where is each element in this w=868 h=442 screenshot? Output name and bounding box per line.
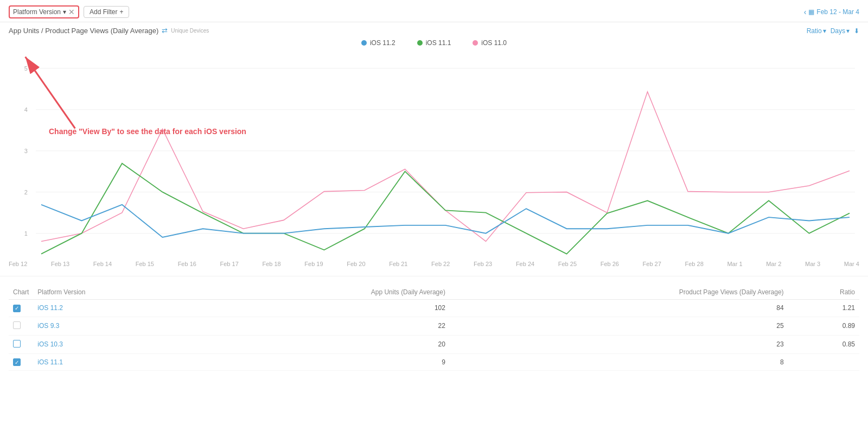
table-header-row: Chart Platform Version App Units (Daily … bbox=[9, 285, 859, 300]
x-label-mar1: Mar 1 bbox=[727, 261, 742, 267]
svg-text:1: 1 bbox=[24, 230, 28, 237]
svg-text:5: 5 bbox=[24, 65, 28, 72]
table-row: ✓ iOS 11.1 9 8 bbox=[9, 353, 859, 371]
legend-dot-ios112 bbox=[361, 40, 367, 46]
data-table-section: Chart Platform Version App Units (Daily … bbox=[0, 276, 868, 380]
row-ratio-cell: 1.21 bbox=[788, 300, 859, 317]
col-header-platform: Platform Version bbox=[33, 285, 201, 300]
x-label-feb21: Feb 21 bbox=[389, 261, 407, 267]
col-header-app-units: App Units (Daily Average) bbox=[202, 285, 450, 300]
swap-icon[interactable]: ⇄ bbox=[162, 27, 168, 35]
table-row: iOS 9.3 22 25 0.89 bbox=[9, 317, 859, 335]
row-version-cell[interactable]: iOS 11.1 bbox=[33, 353, 201, 371]
filter-area: Platform Version ▾ ✕ Add Filter + bbox=[9, 5, 129, 18]
row-app-units-cell: 9 bbox=[202, 353, 450, 371]
line-ios111 bbox=[41, 163, 850, 254]
row-app-units-cell: 20 bbox=[202, 335, 450, 353]
chart-svg: 5 4 3 2 1 bbox=[9, 51, 859, 257]
col-header-page-views: Product Page Views (Daily Average) bbox=[450, 285, 788, 300]
prev-date-button[interactable]: ‹ bbox=[804, 8, 807, 16]
chart-header: App Units / Product Page Views (Daily Av… bbox=[0, 22, 868, 37]
row-app-units-cell: 22 bbox=[202, 317, 450, 335]
add-filter-plus-icon: + bbox=[119, 8, 123, 16]
row-checkbox[interactable]: ✓ bbox=[13, 358, 21, 366]
date-range-label: Feb 12 - Mar 4 bbox=[816, 8, 859, 16]
row-chart-cell[interactable]: ✓ bbox=[9, 300, 33, 317]
x-label-feb27: Feb 27 bbox=[643, 261, 661, 267]
row-app-units-cell: 102 bbox=[202, 300, 450, 317]
legend-ios111: iOS 11.1 bbox=[417, 39, 451, 47]
x-label-feb19: Feb 19 bbox=[304, 261, 323, 267]
legend-label-ios112: iOS 11.2 bbox=[370, 39, 395, 47]
x-axis: Feb 12 Feb 13 Feb 14 Feb 15 Feb 16 Feb 1… bbox=[0, 257, 868, 276]
legend-ios112: iOS 11.2 bbox=[361, 39, 395, 47]
date-range-nav: ‹ ▦ Feb 12 - Mar 4 bbox=[804, 8, 859, 16]
row-chart-cell[interactable]: ✓ bbox=[9, 353, 33, 371]
row-ratio-cell bbox=[788, 353, 859, 371]
legend-label-ios111: iOS 11.1 bbox=[426, 39, 451, 47]
row-chart-cell[interactable] bbox=[9, 317, 33, 335]
filter-label: Platform Version bbox=[13, 8, 61, 16]
row-ratio-cell: 0.89 bbox=[788, 317, 859, 335]
x-label-feb24: Feb 24 bbox=[516, 261, 534, 267]
row-page-views-cell: 23 bbox=[450, 335, 788, 353]
x-label-feb26: Feb 26 bbox=[601, 261, 619, 267]
table-row: ✓ iOS 11.2 102 84 1.21 bbox=[9, 300, 859, 317]
x-label-feb20: Feb 20 bbox=[347, 261, 365, 267]
row-checkbox[interactable] bbox=[13, 321, 21, 329]
row-version-cell[interactable]: iOS 11.2 bbox=[33, 300, 201, 317]
row-version-cell[interactable]: iOS 10.3 bbox=[33, 335, 201, 353]
chart-title-area: App Units / Product Page Views (Daily Av… bbox=[9, 27, 209, 35]
x-label-feb13: Feb 13 bbox=[51, 261, 69, 267]
x-label-mar2: Mar 2 bbox=[766, 261, 781, 267]
calendar-icon: ▦ bbox=[808, 8, 814, 16]
chart-title-text: App Units / Product Page Views (Daily Av… bbox=[9, 27, 158, 35]
col-header-chart: Chart bbox=[9, 285, 33, 300]
add-filter-label: Add Filter bbox=[90, 8, 117, 16]
days-control[interactable]: Days ▾ bbox=[831, 27, 850, 35]
legend-dot-ios110 bbox=[473, 40, 478, 46]
x-label-feb28: Feb 28 bbox=[685, 261, 704, 267]
x-label-feb12: Feb 12 bbox=[9, 261, 27, 267]
x-label-feb25: Feb 25 bbox=[558, 261, 577, 267]
x-label-feb17: Feb 17 bbox=[220, 261, 239, 267]
row-checkbox[interactable] bbox=[13, 340, 21, 348]
table-row: iOS 10.3 20 23 0.85 bbox=[9, 335, 859, 353]
svg-text:2: 2 bbox=[24, 189, 28, 195]
data-table: Chart Platform Version App Units (Daily … bbox=[9, 285, 859, 371]
x-label-feb23: Feb 23 bbox=[474, 261, 492, 267]
filter-close-button[interactable]: ✕ bbox=[68, 8, 75, 16]
legend-ios110: iOS 11.0 bbox=[473, 39, 507, 47]
download-button[interactable]: ⬇ bbox=[854, 27, 859, 35]
x-label-feb14: Feb 14 bbox=[93, 261, 112, 267]
row-page-views-cell: 8 bbox=[450, 353, 788, 371]
row-page-views-cell: 84 bbox=[450, 300, 788, 317]
add-filter-button[interactable]: Add Filter + bbox=[84, 6, 129, 18]
x-label-mar4: Mar 4 bbox=[844, 261, 859, 267]
legend-dot-ios111 bbox=[417, 40, 423, 46]
chart-area: 5 4 3 2 1 Change "View By" to see the da… bbox=[0, 51, 868, 257]
platform-version-filter[interactable]: Platform Version ▾ ✕ bbox=[9, 5, 79, 18]
chart-legend: iOS 11.2 iOS 11.1 iOS 11.0 bbox=[0, 37, 868, 51]
row-checkbox[interactable]: ✓ bbox=[13, 305, 21, 312]
x-label-mar3: Mar 3 bbox=[805, 261, 820, 267]
col-header-ratio: Ratio bbox=[788, 285, 859, 300]
row-version-cell[interactable]: iOS 9.3 bbox=[33, 317, 201, 335]
row-chart-cell[interactable] bbox=[9, 335, 33, 353]
filter-dropdown-icon: ▾ bbox=[63, 8, 66, 16]
x-label-feb18: Feb 18 bbox=[262, 261, 280, 267]
x-label-feb15: Feb 15 bbox=[136, 261, 154, 267]
ratio-control[interactable]: Ratio ▾ bbox=[807, 27, 826, 35]
row-page-views-cell: 25 bbox=[450, 317, 788, 335]
line-ios112 bbox=[41, 205, 850, 237]
x-label-feb16: Feb 16 bbox=[178, 261, 196, 267]
x-label-feb22: Feb 22 bbox=[431, 261, 450, 267]
top-bar: Platform Version ▾ ✕ Add Filter + ‹ ▦ Fe… bbox=[0, 0, 868, 22]
date-range-area: ‹ ▦ Feb 12 - Mar 4 bbox=[804, 8, 859, 16]
svg-text:4: 4 bbox=[24, 106, 28, 113]
svg-text:3: 3 bbox=[24, 148, 28, 154]
legend-label-ios110: iOS 11.0 bbox=[481, 39, 507, 47]
line-ios110 bbox=[41, 92, 850, 242]
chart-controls: Ratio ▾ Days ▾ ⬇ bbox=[807, 27, 859, 35]
row-ratio-cell: 0.85 bbox=[788, 335, 859, 353]
